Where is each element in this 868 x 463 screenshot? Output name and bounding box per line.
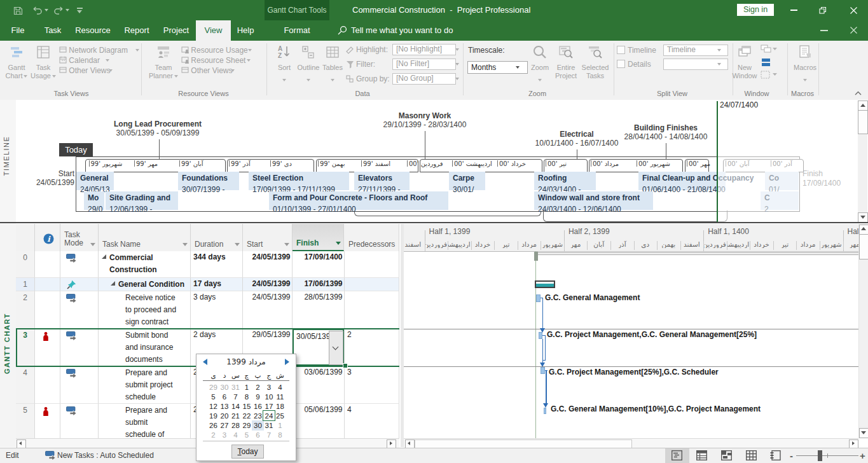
- checkbox-timeline[interactable]: [617, 46, 625, 54]
- tab-resource[interactable]: Resource: [75, 20, 111, 41]
- team-planner-view-icon[interactable]: [721, 450, 732, 460]
- gantt-chart-button[interactable]: GanttChart: [2, 43, 31, 80]
- task-usage-view-icon[interactable]: [696, 450, 707, 460]
- calendar-day[interactable]: 11: [275, 392, 286, 402]
- vertical-scrollbar[interactable]: [858, 224, 868, 438]
- zoom-slider-thumb[interactable]: [818, 450, 822, 461]
- combo-arrow-icon[interactable]: [455, 63, 459, 66]
- task-name-cell[interactable]: Prepare and submit schedule of: [99, 404, 191, 438]
- network-diagram-button[interactable]: Network Diagram: [59, 45, 128, 55]
- tellme-box[interactable]: Tell me what you want to do: [351, 20, 453, 41]
- info-cell[interactable]: [35, 404, 60, 438]
- calendar-day[interactable]: 28: [230, 421, 242, 431]
- date-dropdown-button[interactable]: [329, 331, 343, 365]
- collapse-ribbon-icon[interactable]: [855, 91, 862, 95]
- calendar-day[interactable]: 14: [230, 402, 242, 411]
- predecessors-cell[interactable]: [345, 291, 399, 329]
- gantt-view-icon[interactable]: [672, 450, 682, 460]
- calendar-day[interactable]: 6: [219, 392, 230, 402]
- other-views-button[interactable]: Other Views: [59, 66, 110, 76]
- other-views-resource-button[interactable]: Other Views: [181, 66, 232, 76]
- duration-cell[interactable]: 344 days: [191, 251, 243, 278]
- tab-report[interactable]: Report: [124, 20, 149, 41]
- close-window-icon[interactable]: [850, 7, 857, 14]
- calendar-day[interactable]: 9: [252, 392, 264, 402]
- filter-combo[interactable]: [No Filter]: [392, 59, 456, 70]
- info-cell[interactable]: [35, 366, 60, 404]
- info-cell[interactable]: [35, 278, 60, 291]
- calendar-button[interactable]: Calendar: [59, 55, 100, 66]
- next-month-icon[interactable]: [285, 359, 289, 365]
- predecessors-cell[interactable]: 4: [345, 404, 399, 438]
- calendar-day[interactable]: 10: [263, 392, 275, 402]
- zoom-out-button[interactable]: -: [790, 450, 793, 462]
- timescale-combo-arrow-icon[interactable]: [516, 66, 520, 69]
- calendar-day[interactable]: 1: [275, 421, 286, 431]
- duration-cell[interactable]: 17 days: [191, 278, 243, 291]
- selected-tasks-button[interactable]: SelectedTasks: [581, 43, 610, 80]
- restore-window-icon[interactable]: [819, 6, 827, 14]
- calendar-day[interactable]: 30: [252, 421, 264, 431]
- calendar-day[interactable]: 6: [252, 431, 264, 440]
- calendar-day[interactable]: 22: [241, 411, 252, 421]
- calendar-day[interactable]: 19: [208, 411, 219, 421]
- ribbon-close-icon[interactable]: [850, 27, 857, 34]
- customize-qat-icon[interactable]: [77, 8, 83, 9]
- task-name-cell[interactable]: Commercial Construction: [99, 251, 191, 278]
- checkbox-details[interactable]: [617, 60, 625, 68]
- task-mode-cell[interactable]: [60, 251, 99, 278]
- calendar-day[interactable]: 29: [241, 421, 252, 431]
- calendar-day[interactable]: 2: [208, 431, 219, 440]
- calendar-day[interactable]: 7: [230, 392, 242, 402]
- info-cell[interactable]: [35, 291, 60, 329]
- start-cell[interactable]: 24/05/1399: [243, 278, 293, 291]
- info-cell[interactable]: [35, 329, 60, 366]
- finish-cell[interactable]: 03/06/1399: [293, 366, 345, 404]
- task-name-cell[interactable]: Prepare and submit project schedule: [99, 366, 191, 404]
- predecessors-cell[interactable]: 3: [345, 366, 399, 404]
- resource-usage-button[interactable]: Resource Usage: [181, 45, 248, 55]
- finish-cell[interactable]: 05/06/1399: [293, 404, 345, 438]
- calendar-day[interactable]: 15: [241, 402, 252, 411]
- undo-dropdown-icon[interactable]: [45, 9, 48, 11]
- calendar-day[interactable]: 30: [219, 383, 230, 392]
- details-combo-arrow-icon[interactable]: [717, 63, 721, 66]
- resource-sheet-button[interactable]: Resource Sheet: [181, 55, 245, 66]
- undo-icon[interactable]: [32, 6, 43, 15]
- status-newtasks[interactable]: New Tasks : Auto Scheduled: [57, 451, 154, 460]
- calendar-day[interactable]: 31: [230, 383, 242, 392]
- calendar-day[interactable]: 25: [275, 411, 286, 421]
- highlight-combo[interactable]: [No Highlight]: [392, 44, 456, 55]
- calendar-day[interactable]: 5: [208, 392, 219, 402]
- predecessors-cell[interactable]: [345, 251, 399, 278]
- column-header-start[interactable]: Start: [243, 224, 293, 251]
- row-number-cell[interactable]: 4: [16, 366, 35, 404]
- task-mode-cell[interactable]: [60, 366, 99, 404]
- combo-arrow-icon[interactable]: [455, 78, 459, 80]
- redo-icon[interactable]: [53, 6, 64, 15]
- task-name-cell[interactable]: General Condition: [99, 278, 191, 291]
- column-header-finish[interactable]: Finish: [293, 224, 344, 251]
- calendar-day[interactable]: 2: [252, 383, 264, 392]
- selected-finish-cell[interactable]: 30/05/139: [293, 329, 344, 366]
- pane-splitter[interactable]: [401, 224, 404, 447]
- calendar-day[interactable]: 3: [219, 431, 230, 440]
- calendar-day[interactable]: 13: [219, 402, 230, 411]
- task-mode-cell[interactable]: [60, 404, 99, 438]
- redo-dropdown-icon[interactable]: [65, 9, 69, 11]
- tab-file[interactable]: File: [11, 20, 25, 41]
- start-cell[interactable]: 24/05/1399: [243, 291, 293, 329]
- today-button[interactable]: Today: [231, 445, 264, 459]
- calendar-day[interactable]: 18: [275, 402, 286, 411]
- gantt-timescale-header[interactable]: Half 1, 1399Half 2, 1399Half 1, 1400Half…: [404, 224, 858, 252]
- save-icon[interactable]: [13, 6, 23, 15]
- row-number-cell[interactable]: 5: [16, 404, 35, 438]
- calendar-day[interactable]: 3: [263, 383, 275, 392]
- calendar-day[interactable]: 5: [241, 431, 252, 440]
- ribbon-minimize-icon[interactable]: [820, 30, 828, 31]
- gantt-horizontal-scrollbar[interactable]: [404, 438, 858, 448]
- column-header-info[interactable]: i: [35, 224, 60, 251]
- finish-cell[interactable]: 17/09/1400: [293, 251, 345, 278]
- row-number-cell[interactable]: 3: [16, 329, 35, 366]
- task-mode-cell[interactable]: [60, 278, 99, 291]
